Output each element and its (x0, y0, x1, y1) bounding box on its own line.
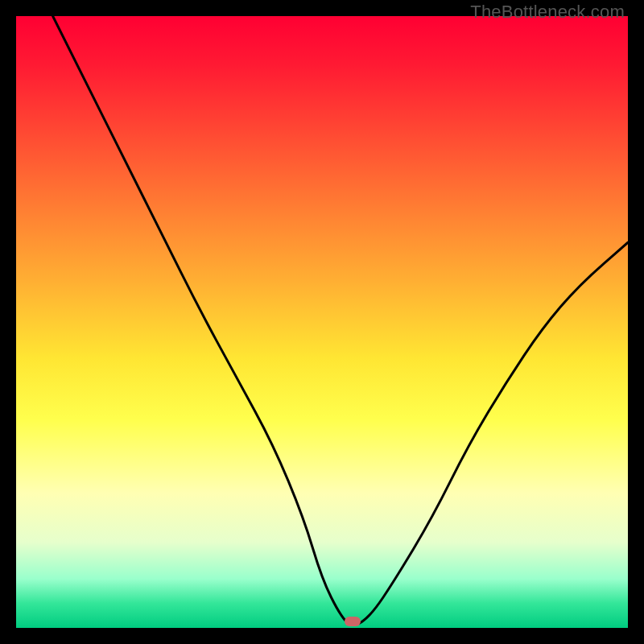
plot-area (16, 16, 628, 628)
watermark-text: TheBottleneck.com (470, 2, 625, 23)
chart-frame: TheBottleneck.com (0, 0, 644, 644)
bottleneck-curve (53, 16, 628, 625)
curve-svg (16, 16, 628, 628)
optimal-point-marker (345, 617, 361, 626)
